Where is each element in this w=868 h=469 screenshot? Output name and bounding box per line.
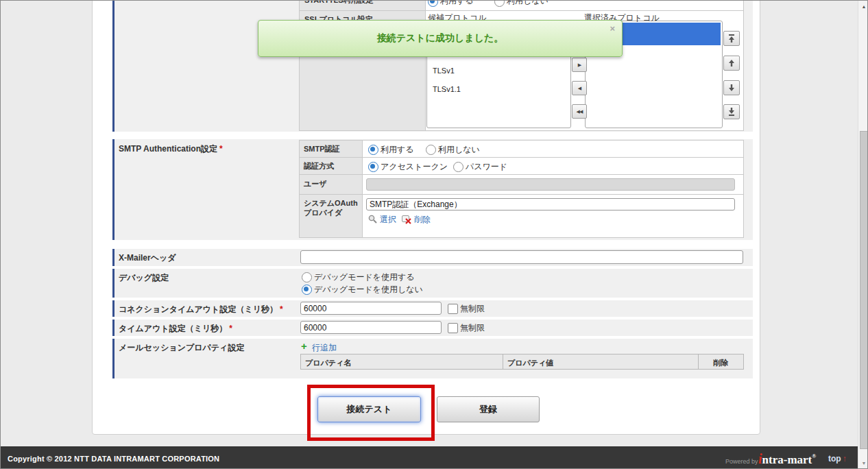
debug-off-radio[interactable] (302, 285, 312, 295)
user-input[interactable] (366, 178, 735, 191)
move-bottom-button[interactable] (723, 104, 740, 119)
smtp-auth-row-label: SMTP Authentication設定* (119, 143, 223, 155)
scrollbar-thumb[interactable] (860, 131, 868, 449)
timeout-label-text: タイムアウト設定（ミリ秒） (119, 324, 227, 333)
user-cell: ユーザ (300, 175, 363, 194)
prop-name-header-text: プロパティ名 (305, 358, 351, 368)
intra-mart-logo: intra-mart® (758, 451, 816, 467)
move-bottom-icon (728, 108, 735, 116)
smtp-auth-inner-label: SMTP認証 (304, 144, 340, 154)
move-top-icon (728, 34, 735, 43)
smtp-auth-use-label: 利用する (381, 144, 414, 156)
conn-timeout-unlimited-checkbox[interactable] (448, 304, 458, 314)
move-up-button[interactable] (723, 56, 740, 71)
starttls-notuse-label: 利用しない (507, 1, 548, 7)
starttls-use-label: 利用する (440, 1, 474, 7)
starttls-notuse-radio[interactable] (494, 1, 505, 7)
debug-label: デバッグ設定 (119, 272, 169, 284)
smtp-auth-notuse-label: 利用しない (438, 144, 480, 156)
starttls-label-cell: STARTTLS利用設定 (300, 1, 426, 10)
prop-delete-header-text: 削除 (714, 359, 729, 367)
divider (300, 157, 743, 158)
select-provider-link[interactable]: 選択 (380, 214, 396, 226)
xmailer-input[interactable] (300, 250, 743, 264)
divider (300, 194, 743, 195)
scroll-down-button[interactable]: ▼ (858, 457, 868, 468)
move-top-button[interactable] (723, 31, 740, 46)
smtp-auth-label-text: SMTP Authentication設定 (119, 144, 217, 154)
powered-by-text: Powered by (725, 458, 758, 465)
oauth-provider-cell: システムOAuthプロバイダ (300, 195, 363, 237)
row-accent-bar (112, 320, 114, 336)
smtp-auth-notuse-radio[interactable] (426, 145, 436, 155)
debug-on-radio[interactable] (302, 272, 312, 282)
move-up-icon (728, 59, 735, 67)
password-radio[interactable] (453, 162, 463, 172)
smtp-auth-cell: SMTP認証 (300, 141, 363, 157)
divider (300, 10, 743, 11)
move-down-button[interactable] (723, 80, 740, 95)
prop-value-header: プロパティ値 (503, 354, 699, 370)
vertical-scrollbar[interactable]: ▲ ▼ (858, 1, 868, 469)
footer: Copyright © 2012 NTT DATA INTRAMART CORP… (1, 446, 868, 469)
scroll-up-icon: ▲ (862, 4, 867, 9)
top-arrow-icon: ↑ (843, 454, 847, 464)
form-row-debug (112, 269, 753, 298)
move-right-button[interactable]: ▶ (572, 58, 587, 72)
xmailer-label: X-Mailerヘッダ (119, 252, 176, 264)
timeout-row-label: タイムアウト設定（ミリ秒）* (119, 323, 232, 335)
add-row-icon: + (301, 340, 307, 352)
row-accent-bar (112, 339, 114, 378)
starttls-use-radio[interactable] (428, 1, 438, 7)
register-button[interactable]: 登録 (437, 396, 540, 422)
debug-off-label: デバッグモードを使用しない (314, 284, 423, 296)
success-toast: 接続テストに成功しました。 × (258, 20, 623, 57)
access-token-radio[interactable] (368, 162, 378, 172)
timeout-unlimited-label: 無制限 (460, 322, 485, 334)
conn-timeout-row-label: コネクションタイムアウト設定（ミリ秒）* (119, 304, 283, 315)
add-row-link[interactable]: 行追加 (312, 342, 337, 354)
divider (300, 174, 743, 175)
mail-settings-page: STARTTLS利用設定 利用する 利用しない SSLプロトコル設定 候補プロト… (0, 0, 868, 469)
copyright-text: Copyright © 2012 NTT DATA INTRAMART CORP… (8, 455, 219, 463)
conn-timeout-input[interactable] (300, 302, 442, 315)
smtp-auth-use-radio[interactable] (368, 145, 378, 155)
user-label: ユーザ (304, 179, 327, 189)
row-accent-bar (112, 249, 114, 266)
prop-value-header-text: プロパティ値 (507, 358, 553, 368)
delete-provider-link[interactable]: 削除 (414, 214, 431, 226)
debug-on-label: デバッグモードを使用する (314, 272, 415, 283)
move-all-left-icon: ◀◀ (577, 109, 583, 115)
row-accent-bar (112, 139, 114, 240)
starttls-value-cell: 利用する 利用しない (426, 1, 743, 10)
move-left-icon: ◀ (578, 86, 581, 91)
access-token-label: アクセストークン (381, 161, 448, 173)
row-accent-bar (112, 300, 114, 317)
starttls-label: STARTTLS利用設定 (304, 1, 374, 5)
conn-timeout-label-text: コネクションタイムアウト設定（ミリ秒） (119, 304, 278, 314)
back-to-top-link[interactable]: top↑ (828, 454, 847, 464)
conn-timeout-unlimited-label: 無制限 (460, 303, 485, 315)
timeout-input[interactable] (300, 321, 442, 334)
move-right-icon: ▶ (578, 62, 581, 68)
oauth-provider-input[interactable] (366, 198, 735, 211)
session-props-label: メールセッションプロパティ設定 (119, 342, 244, 354)
scroll-down-icon: ▼ (862, 461, 867, 466)
toast-close-icon[interactable]: × (610, 23, 615, 34)
list-item[interactable]: TLSv1 (433, 67, 455, 75)
scroll-up-button[interactable]: ▲ (858, 1, 868, 12)
search-icon (368, 215, 377, 224)
toast-message: 接続テストに成功しました。 (377, 32, 504, 45)
move-left-button[interactable]: ◀ (572, 81, 587, 95)
required-mark: * (219, 144, 223, 154)
list-item[interactable]: TLSv1.1 (433, 85, 461, 93)
prop-name-header: プロパティ名 (300, 354, 503, 370)
delete-icon (402, 215, 412, 224)
move-all-left-button[interactable]: ◀◀ (572, 104, 587, 119)
logo-text: ntra-mart (762, 453, 812, 466)
top-link-text: top (828, 454, 841, 464)
row-accent-bar (112, 269, 114, 298)
oauth-provider-label: システムOAuthプロバイダ (304, 198, 359, 217)
timeout-unlimited-checkbox[interactable] (448, 323, 458, 333)
move-down-icon (728, 84, 735, 92)
